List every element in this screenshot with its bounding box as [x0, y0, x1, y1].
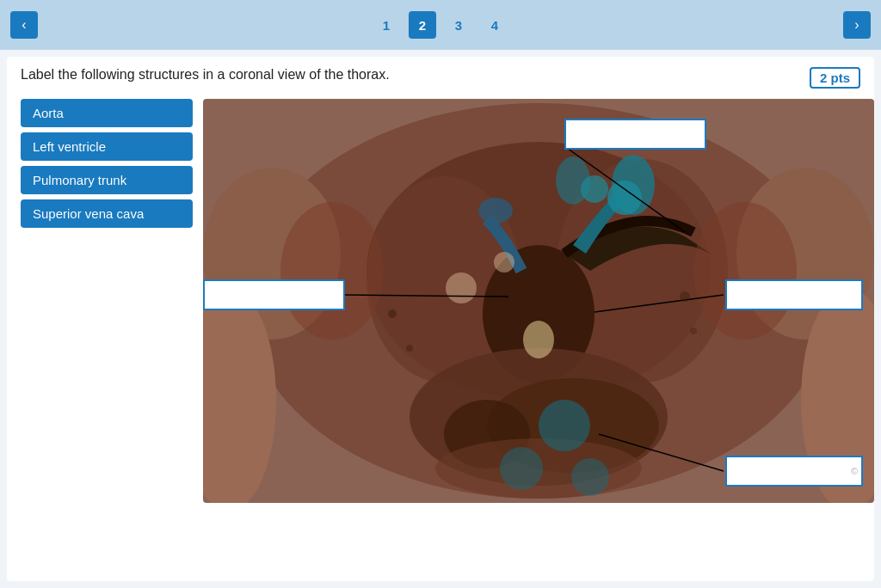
label-superior-vena-cava[interactable]: Superior vena cava: [21, 199, 193, 228]
image-area: ©: [203, 99, 874, 503]
svg-point-21: [280, 202, 384, 340]
prev-icon: ‹: [22, 17, 26, 33]
svg-point-20: [571, 458, 609, 496]
content-area: Aorta Left ventricle Pulmonary trunk Sup…: [21, 99, 860, 503]
top-navigation: ‹ 1 2 3 4 ›: [0, 0, 881, 50]
main-content: Label the following structures in a coro…: [7, 57, 874, 581]
question-header: Label the following structures in a coro…: [21, 67, 860, 89]
label-pulmonary-trunk[interactable]: Pulmonary trunk: [21, 166, 193, 194]
thorax-image: ©: [203, 99, 874, 503]
label-aorta[interactable]: Aorta: [21, 99, 193, 127]
svg-point-17: [581, 175, 608, 203]
next-icon: ›: [854, 17, 859, 33]
answer-box-bottom-right[interactable]: ©: [725, 456, 863, 487]
answer-box-top-right[interactable]: [564, 119, 706, 150]
svg-point-24: [494, 252, 514, 273]
question-text: Label the following structures in a coro…: [21, 67, 390, 83]
pts-badge: 2 pts: [810, 67, 860, 89]
svg-point-22: [693, 202, 797, 340]
labels-list: Aorta Left ventricle Pulmonary trunk Sup…: [21, 99, 193, 503]
page-2-button[interactable]: 2: [409, 11, 436, 39]
prev-button[interactable]: ‹: [10, 11, 38, 39]
svg-point-9: [478, 198, 513, 224]
svg-point-18: [539, 400, 590, 451]
svg-point-25: [523, 321, 554, 358]
page-3-button[interactable]: 3: [445, 11, 472, 39]
page-4-button[interactable]: 4: [481, 11, 508, 39]
svg-point-30: [388, 309, 397, 318]
label-left-ventricle[interactable]: Left ventricle: [21, 132, 193, 161]
answer-box-middle-right[interactable]: [725, 279, 863, 310]
svg-point-23: [446, 273, 477, 303]
svg-point-19: [500, 447, 543, 490]
svg-point-32: [680, 291, 690, 302]
copyright-symbol: ©: [851, 466, 858, 476]
page-1-button[interactable]: 1: [373, 11, 400, 39]
svg-point-31: [406, 345, 413, 352]
svg-point-33: [690, 328, 697, 334]
answer-box-middle-left[interactable]: [203, 279, 345, 310]
next-button[interactable]: ›: [843, 11, 871, 39]
page-numbers: 1 2 3 4: [373, 11, 508, 39]
